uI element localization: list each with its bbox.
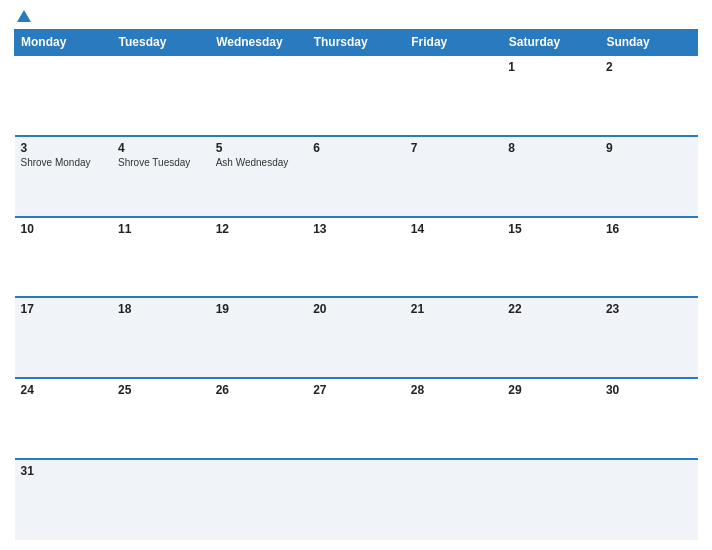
calendar-table: MondayTuesdayWednesdayThursdayFridaySatu… <box>14 29 698 540</box>
day-number: 7 <box>411 141 497 155</box>
day-number: 19 <box>216 302 302 316</box>
day-number: 3 <box>21 141 107 155</box>
header <box>14 10 698 23</box>
day-number: 20 <box>313 302 399 316</box>
calendar-cell: 23 <box>600 297 698 378</box>
calendar-cell: 14 <box>405 217 503 298</box>
day-number: 12 <box>216 222 302 236</box>
calendar-cell <box>502 459 600 540</box>
calendar-cell: 24 <box>15 378 113 459</box>
calendar-cell: 2 <box>600 55 698 136</box>
day-number: 29 <box>508 383 594 397</box>
day-number: 18 <box>118 302 204 316</box>
day-number: 1 <box>508 60 594 74</box>
day-number: 2 <box>606 60 692 74</box>
calendar-cell: 7 <box>405 136 503 217</box>
calendar-cell: 29 <box>502 378 600 459</box>
day-number: 14 <box>411 222 497 236</box>
day-number: 5 <box>216 141 302 155</box>
calendar-cell: 3Shrove Monday <box>15 136 113 217</box>
calendar-cell: 18 <box>112 297 210 378</box>
calendar-cell: 28 <box>405 378 503 459</box>
calendar-cell: 22 <box>502 297 600 378</box>
day-number: 25 <box>118 383 204 397</box>
calendar-row: 31 <box>15 459 698 540</box>
weekday-header-wednesday: Wednesday <box>210 30 308 56</box>
calendar-cell: 6 <box>307 136 405 217</box>
calendar-cell <box>307 55 405 136</box>
weekday-header-sunday: Sunday <box>600 30 698 56</box>
calendar-row: 3Shrove Monday4Shrove Tuesday5Ash Wednes… <box>15 136 698 217</box>
day-number: 11 <box>118 222 204 236</box>
calendar-cell <box>112 55 210 136</box>
calendar-cell: 20 <box>307 297 405 378</box>
calendar-cell: 4Shrove Tuesday <box>112 136 210 217</box>
calendar-cell: 27 <box>307 378 405 459</box>
day-number: 24 <box>21 383 107 397</box>
calendar-cell: 21 <box>405 297 503 378</box>
day-number: 28 <box>411 383 497 397</box>
logo-triangle-icon <box>17 10 31 22</box>
day-number: 23 <box>606 302 692 316</box>
calendar-cell: 31 <box>15 459 113 540</box>
day-event: Shrove Tuesday <box>118 157 204 168</box>
day-number: 27 <box>313 383 399 397</box>
day-number: 13 <box>313 222 399 236</box>
calendar-cell: 17 <box>15 297 113 378</box>
calendar-cell: 5Ash Wednesday <box>210 136 308 217</box>
day-number: 16 <box>606 222 692 236</box>
calendar-row: 12 <box>15 55 698 136</box>
day-number: 4 <box>118 141 204 155</box>
calendar-cell: 30 <box>600 378 698 459</box>
calendar-cell: 11 <box>112 217 210 298</box>
day-number: 22 <box>508 302 594 316</box>
calendar-page: MondayTuesdayWednesdayThursdayFridaySatu… <box>0 0 712 550</box>
calendar-cell <box>405 459 503 540</box>
calendar-cell <box>307 459 405 540</box>
calendar-cell <box>210 459 308 540</box>
weekday-header-monday: Monday <box>15 30 113 56</box>
day-event: Ash Wednesday <box>216 157 302 168</box>
day-number: 30 <box>606 383 692 397</box>
calendar-cell <box>210 55 308 136</box>
day-number: 17 <box>21 302 107 316</box>
calendar-cell: 26 <box>210 378 308 459</box>
day-number: 8 <box>508 141 594 155</box>
day-number: 10 <box>21 222 107 236</box>
day-event: Shrove Monday <box>21 157 107 168</box>
calendar-cell: 9 <box>600 136 698 217</box>
weekday-header-saturday: Saturday <box>502 30 600 56</box>
weekday-header-tuesday: Tuesday <box>112 30 210 56</box>
calendar-cell: 13 <box>307 217 405 298</box>
calendar-cell <box>405 55 503 136</box>
weekday-header-friday: Friday <box>405 30 503 56</box>
calendar-cell: 15 <box>502 217 600 298</box>
calendar-cell: 16 <box>600 217 698 298</box>
calendar-row: 17181920212223 <box>15 297 698 378</box>
calendar-row: 24252627282930 <box>15 378 698 459</box>
day-number: 31 <box>21 464 107 478</box>
calendar-cell: 10 <box>15 217 113 298</box>
calendar-row: 10111213141516 <box>15 217 698 298</box>
calendar-cell <box>15 55 113 136</box>
calendar-cell: 12 <box>210 217 308 298</box>
calendar-cell <box>600 459 698 540</box>
calendar-cell: 8 <box>502 136 600 217</box>
logo <box>14 10 33 23</box>
calendar-cell: 25 <box>112 378 210 459</box>
day-number: 21 <box>411 302 497 316</box>
calendar-cell <box>112 459 210 540</box>
day-number: 6 <box>313 141 399 155</box>
day-number: 26 <box>216 383 302 397</box>
weekday-header-thursday: Thursday <box>307 30 405 56</box>
day-number: 9 <box>606 141 692 155</box>
calendar-cell: 19 <box>210 297 308 378</box>
day-number: 15 <box>508 222 594 236</box>
calendar-cell: 1 <box>502 55 600 136</box>
weekday-header-row: MondayTuesdayWednesdayThursdayFridaySatu… <box>15 30 698 56</box>
